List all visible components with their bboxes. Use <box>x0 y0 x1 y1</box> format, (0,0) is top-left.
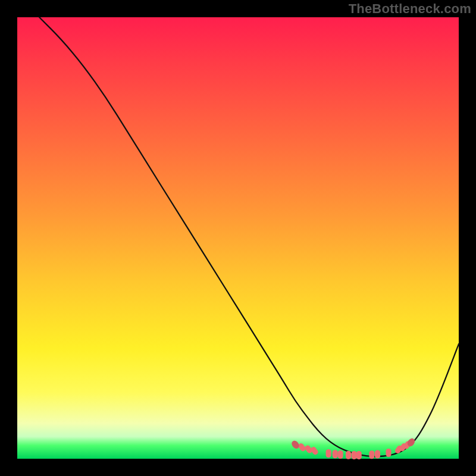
valley-marker <box>386 449 392 457</box>
valley-marker <box>310 446 320 456</box>
valley-marker <box>356 451 362 459</box>
valley-marker <box>375 450 380 459</box>
bottleneck-curve <box>39 17 459 456</box>
chart-frame: TheBottleneck.com <box>0 0 476 476</box>
valley-marker <box>346 451 351 459</box>
valley-markers <box>290 437 416 460</box>
valley-marker <box>369 450 374 459</box>
chart-overlay <box>17 17 459 459</box>
watermark-text: TheBottleneck.com <box>349 1 471 17</box>
valley-marker <box>333 450 338 458</box>
valley-marker <box>326 449 331 458</box>
valley-marker <box>352 451 357 459</box>
valley-marker <box>338 450 343 459</box>
